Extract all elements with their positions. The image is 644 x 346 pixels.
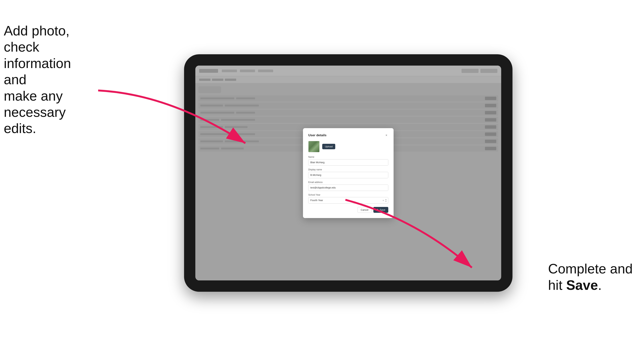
upload-photo-button[interactable]: Upload [322,144,335,149]
school-year-wrapper: × ▲ ▼ [308,197,388,203]
annotation-line3: make any [4,88,63,103]
school-year-field-group: School Year × ▲ ▼ [308,193,388,203]
cancel-button[interactable]: Cancel [358,207,372,213]
email-input[interactable] [308,184,388,191]
annotation-line1: Add photo, check [4,23,70,54]
school-year-controls: × ▲ ▼ [382,198,387,202]
user-photo-image [308,141,319,152]
name-field-group: Name [308,156,388,166]
annotation-line2: information and [4,56,71,87]
display-name-input[interactable] [308,172,388,178]
left-annotation: Add photo, check information and make an… [4,23,94,137]
save-label: Save [380,208,386,211]
school-year-clear-button[interactable]: × [382,199,384,202]
display-name-label: Display name [308,168,388,171]
annotation-right-line1: Complete and [548,261,633,276]
user-photo-thumbnail [308,141,320,152]
tablet-screen: User details × Upload Name Dis [195,66,501,280]
annotation-line4: necessary edits. [4,105,66,136]
display-name-field-group: Display name [308,168,388,178]
name-label: Name [308,156,388,158]
modal-title: User details [308,133,326,137]
name-input[interactable] [308,159,388,166]
modal-close-button[interactable]: × [384,133,388,137]
annotation-right-line2: hit Save. [548,278,602,293]
user-details-modal: User details × Upload Name Dis [303,128,394,218]
tablet-device: User details × Upload Name Dis [184,54,512,292]
school-year-spinner-button[interactable]: ▲ ▼ [385,198,387,202]
photo-section: Upload [308,141,388,152]
email-field-group: Email address [308,181,388,191]
right-annotation: Complete and hit Save. [548,261,633,293]
modal-overlay: User details × Upload Name Dis [195,66,501,280]
modal-header: User details × [308,133,388,137]
school-year-input[interactable] [308,197,388,203]
modal-footer: Cancel ⬆ Save [308,207,388,213]
school-year-label: School Year [308,193,388,196]
save-icon: ⬆ [376,208,378,211]
email-label: Email address [308,181,388,183]
save-button[interactable]: ⬆ Save [374,207,388,213]
